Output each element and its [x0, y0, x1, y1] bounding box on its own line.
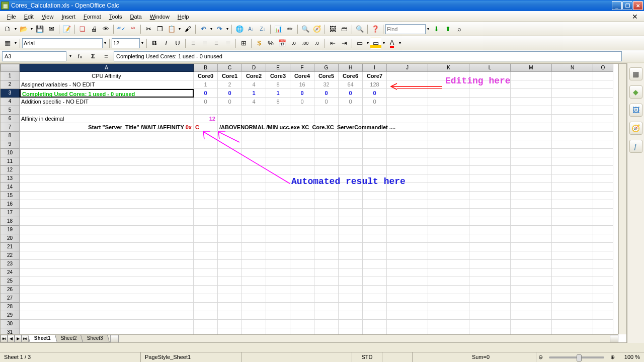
cell-N17[interactable] [552, 209, 593, 217]
cell-J2[interactable] [387, 80, 428, 89]
cell-L10[interactable] [469, 149, 511, 157]
cell-J3[interactable] [387, 89, 428, 98]
cell-I23[interactable] [363, 260, 387, 268]
cell-A12[interactable] [20, 166, 194, 174]
cell-O4[interactable] [593, 98, 613, 106]
cell-M10[interactable] [511, 149, 552, 157]
cell-A19[interactable] [20, 226, 194, 234]
cell-H29[interactable] [339, 311, 363, 320]
navigator-icon[interactable]: 🧭 [311, 24, 323, 35]
cell-B19[interactable] [194, 226, 218, 234]
row-header-9[interactable]: 9 [1, 140, 20, 149]
cell-A18[interactable] [20, 217, 194, 226]
cell-N24[interactable] [552, 268, 593, 277]
cell-I20[interactable] [363, 234, 387, 243]
cell-M25[interactable] [511, 277, 552, 286]
cell-K5[interactable] [428, 106, 469, 115]
cell-H27[interactable] [339, 294, 363, 303]
col-header-H[interactable]: H [339, 64, 363, 72]
cell-N6[interactable] [552, 115, 593, 123]
cell-B15[interactable] [194, 192, 218, 200]
cell-B18[interactable] [194, 217, 218, 226]
cell-G1[interactable]: Core5 [314, 72, 339, 80]
cell-K7[interactable] [428, 123, 469, 132]
cell-B4[interactable]: 0 [194, 98, 218, 106]
cell-F23[interactable] [290, 260, 314, 268]
row-header-15[interactable]: 15 [1, 192, 20, 200]
cell-E4[interactable]: 8 [266, 98, 290, 106]
cell-G27[interactable] [314, 294, 339, 303]
cell-D11[interactable] [242, 157, 266, 166]
cell-B21[interactable] [194, 243, 218, 251]
row-header-5[interactable]: 5 [1, 106, 20, 115]
cell-F25[interactable] [290, 277, 314, 286]
cell-G24[interactable] [314, 268, 339, 277]
cell-J22[interactable] [387, 251, 428, 260]
cell-K20[interactable] [428, 234, 469, 243]
cell-M17[interactable] [511, 209, 552, 217]
cell-L16[interactable] [469, 200, 511, 209]
preview-icon[interactable]: 👁 [100, 24, 111, 35]
row-header-29[interactable]: 29 [1, 311, 20, 320]
cell-E11[interactable] [266, 157, 290, 166]
cell-D18[interactable] [242, 217, 266, 226]
cell-J4[interactable] [387, 98, 428, 106]
cell-M1[interactable] [511, 72, 552, 80]
cell-I27[interactable] [363, 294, 387, 303]
datasource-icon[interactable]: 🗃 [339, 24, 350, 35]
cell-C15[interactable] [218, 192, 242, 200]
find-next-icon[interactable]: ⬆ [442, 24, 453, 35]
row-header-28[interactable]: 28 [1, 303, 20, 311]
cell-M14[interactable] [511, 183, 552, 192]
menu-view[interactable]: View [38, 13, 58, 21]
row-header-24[interactable]: 24 [1, 268, 20, 277]
open-dropdown[interactable]: ▾ [30, 27, 34, 31]
cell-M16[interactable] [511, 200, 552, 209]
cell-B5[interactable] [194, 106, 218, 115]
cell-K18[interactable] [428, 217, 469, 226]
paste-dropdown[interactable]: ▾ [178, 27, 182, 31]
col-header-G[interactable]: G [314, 64, 339, 72]
cell-N5[interactable] [552, 106, 593, 115]
cell-O2[interactable] [593, 80, 613, 89]
cell-N11[interactable] [552, 157, 593, 166]
cell-H11[interactable] [339, 157, 363, 166]
cell-I11[interactable] [363, 157, 387, 166]
cell-D6[interactable] [242, 115, 266, 123]
cell-C20[interactable] [218, 234, 242, 243]
save-icon[interactable]: 💾 [34, 24, 45, 35]
row-header-3[interactable]: 3 [1, 89, 20, 98]
cell-C26[interactable] [218, 286, 242, 294]
cell-K15[interactable] [428, 192, 469, 200]
cell-D23[interactable] [242, 260, 266, 268]
spellcheck-icon[interactable]: ᴬᴮ✓ [116, 24, 127, 35]
cell-I24[interactable] [363, 268, 387, 277]
cell-H31[interactable] [339, 328, 363, 334]
cell-B7[interactable]: C [194, 123, 218, 132]
cell-F20[interactable] [290, 234, 314, 243]
cell-C7[interactable]: /ABOVENORMAL /MIN ucc.exe XC_Core.XC_Ser… [218, 123, 242, 132]
cell-N8[interactable] [552, 132, 593, 140]
cell-J15[interactable] [387, 192, 428, 200]
cell-D4[interactable]: 4 [242, 98, 266, 106]
cell-N10[interactable] [552, 149, 593, 157]
cell-N28[interactable] [552, 303, 593, 311]
cell-F11[interactable] [290, 157, 314, 166]
cell-N7[interactable] [552, 123, 593, 132]
cell-F8[interactable] [290, 132, 314, 140]
cell-I12[interactable] [363, 166, 387, 174]
cell-A30[interactable] [20, 320, 194, 328]
cell-J1[interactable] [387, 72, 428, 80]
date-icon[interactable]: 📅 [277, 38, 288, 49]
row-header-16[interactable]: 16 [1, 200, 20, 209]
cell-M26[interactable] [511, 286, 552, 294]
row-header-8[interactable]: 8 [1, 132, 20, 140]
cell-F31[interactable] [290, 328, 314, 334]
cell-J28[interactable] [387, 303, 428, 311]
cell-B11[interactable] [194, 157, 218, 166]
cell-H10[interactable] [339, 149, 363, 157]
cell-G9[interactable] [314, 140, 339, 149]
cell-B26[interactable] [194, 286, 218, 294]
cell-H20[interactable] [339, 234, 363, 243]
col-header-I[interactable]: I [363, 64, 387, 72]
